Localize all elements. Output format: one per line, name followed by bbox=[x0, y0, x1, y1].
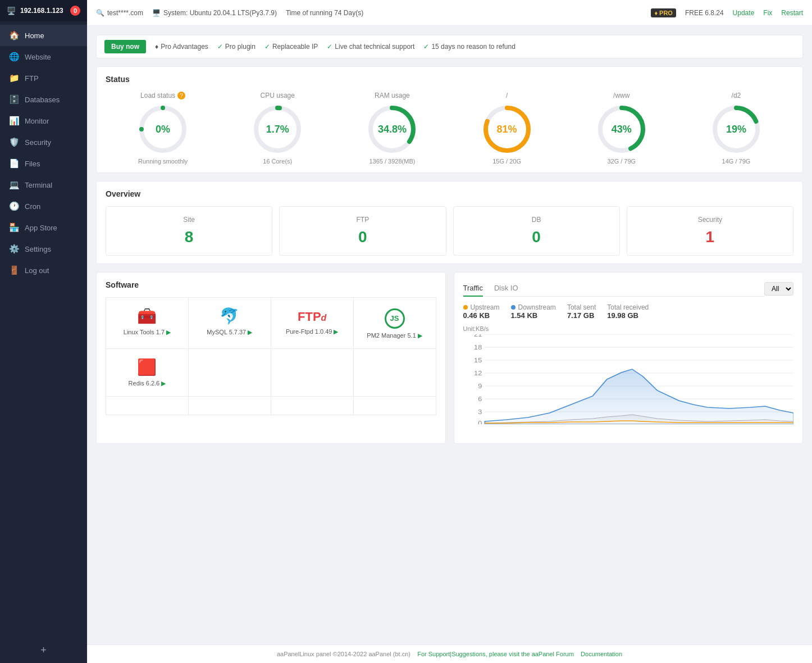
sidebar-item-monitor[interactable]: 📊 Monitor bbox=[0, 110, 87, 131]
info-icon[interactable]: ? bbox=[177, 92, 185, 99]
sidebar-item-website[interactable]: 🌐 Website bbox=[0, 46, 87, 67]
tab-disk-io[interactable]: Disk IO bbox=[494, 280, 518, 297]
upstream-dot bbox=[463, 305, 468, 310]
system-text: System: Ubuntu 20.04.1 LTS(Py3.7.9) bbox=[163, 9, 277, 17]
gauge-container-0: 0% bbox=[138, 104, 188, 155]
gauge-sublabel-5: 14G / 79G bbox=[679, 158, 793, 165]
gauge-label-4: /www bbox=[564, 92, 679, 99]
tab-traffic[interactable]: Traffic bbox=[463, 280, 483, 297]
arrow-icon-3: ▶ bbox=[418, 332, 422, 339]
overview-card-site[interactable]: Site 8 bbox=[106, 206, 272, 256]
sidebar-item-logout[interactable]: 🚪 Log out bbox=[0, 260, 87, 281]
gauge-sublabel-0: Running smoothly bbox=[106, 158, 220, 165]
footer-support-link[interactable]: For Support|Suggestions, please visit th… bbox=[417, 651, 574, 657]
software-icon-4: 🟥 bbox=[111, 358, 184, 376]
overview-card-security[interactable]: Security 1 bbox=[627, 206, 793, 256]
total-sent-value: 7.17 GB bbox=[567, 311, 596, 320]
buy-now-button[interactable]: Buy now bbox=[104, 40, 146, 53]
arrow-icon-0: ▶ bbox=[166, 329, 171, 335]
sidebar-item-terminal[interactable]: 💻 Terminal bbox=[0, 174, 87, 196]
restart-link[interactable]: Restart bbox=[781, 9, 803, 17]
status-grid: Load status? 0% Running smoothlyCPU usag… bbox=[106, 92, 793, 165]
fix-link[interactable]: Fix bbox=[763, 9, 772, 17]
topbar-domain: 🔍 test****.com bbox=[96, 9, 143, 17]
overview-card-value-0: 8 bbox=[115, 228, 263, 246]
software-item-linux-tools-1.7[interactable]: 🧰 Linux Tools 1.7 ▶ bbox=[106, 298, 189, 349]
software-item-empty-5 bbox=[189, 349, 271, 397]
add-button[interactable]: + bbox=[0, 638, 87, 663]
software-section: Software 🧰 Linux Tools 1.7 ▶ 🐬 MySQL 5.7… bbox=[96, 272, 446, 444]
svg-text:12: 12 bbox=[474, 370, 482, 376]
traffic-tabs: Traffic Disk IO bbox=[463, 280, 765, 297]
pro-replaceable-ip: ✓ Replaceable IP bbox=[264, 43, 318, 51]
sidebar-item-ftp[interactable]: 📁 FTP bbox=[0, 67, 87, 89]
pro-badge: ♦ PRO bbox=[651, 8, 676, 17]
software-item-pure-ftpd-1.0.49[interactable]: FTPd Pure-Ftpd 1.0.49 ▶ bbox=[271, 298, 354, 349]
software-item-mysql-5.7.37[interactable]: 🐬 MySQL 5.7.37 ▶ bbox=[189, 298, 271, 349]
software-icon-3: JS bbox=[358, 307, 431, 329]
topbar-system: 🖥️ System: Ubuntu 20.04.1 LTS(Py3.7.9) bbox=[152, 9, 277, 17]
software-item-pm2-manager-5.1[interactable]: JS PM2 Manager 5.1 ▶ bbox=[354, 298, 436, 349]
overview-title: Overview bbox=[106, 189, 793, 198]
files-icon: 📄 bbox=[9, 158, 19, 169]
status-section: Status Load status? 0% Running smoothlyC… bbox=[96, 66, 803, 173]
ftp-icon: 📁 bbox=[9, 73, 19, 83]
sidebar-item-settings[interactable]: ⚙️ Settings bbox=[0, 238, 87, 260]
traffic-filter-select[interactable]: All bbox=[764, 282, 793, 296]
svg-text:9: 9 bbox=[478, 383, 482, 389]
sidebar-label-website: Website bbox=[25, 53, 51, 61]
svg-text:15: 15 bbox=[474, 357, 482, 363]
software-item-redis-6.2.6[interactable]: 🟥 Redis 6.2.6 ▶ bbox=[106, 349, 189, 397]
pro-bar: Buy now ♦ Pro Advantages ✓ Pro plugin ✓ … bbox=[96, 35, 803, 58]
svg-text:18: 18 bbox=[474, 344, 482, 350]
gauge-item-0: Load status? 0% Running smoothly bbox=[106, 92, 220, 165]
gauge-value-1: 1.7% bbox=[266, 124, 289, 135]
sidebar-nav: 🏠 Home 🌐 Website 📁 FTP 🗄️ Databases 📊 Mo… bbox=[0, 21, 87, 638]
sidebar-item-cron[interactable]: 🕐 Cron bbox=[0, 196, 87, 217]
software-grid: 🧰 Linux Tools 1.7 ▶ 🐬 MySQL 5.7.37 ▶ FTP… bbox=[106, 297, 436, 415]
software-name-0: Linux Tools 1.7 ▶ bbox=[111, 329, 184, 336]
check-icon-1: ✓ bbox=[217, 43, 223, 51]
gauge-label-3: / bbox=[450, 92, 564, 99]
sidebar-label-settings: Settings bbox=[25, 245, 51, 253]
overview-card-value-2: 0 bbox=[463, 228, 610, 246]
gauge-sublabel-2: 1365 / 3928(MB) bbox=[335, 158, 449, 165]
monitor-icon: 🖥️ bbox=[7, 7, 16, 15]
overview-card-label-1: FTP bbox=[289, 216, 436, 224]
gauge-sublabel-4: 32G / 79G bbox=[564, 158, 679, 165]
sidebar-label-cron: Cron bbox=[25, 202, 40, 211]
overview-section: Overview Site 8 FTP 0 DB 0 Security 1 bbox=[96, 181, 803, 264]
gauge-value-2: 34.8% bbox=[378, 124, 407, 135]
overview-card-db[interactable]: DB 0 bbox=[453, 206, 620, 256]
sidebar-label-terminal: Terminal bbox=[25, 181, 52, 189]
overview-card-label-3: Security bbox=[636, 216, 784, 224]
sidebar-item-home[interactable]: 🏠 Home bbox=[0, 25, 87, 46]
topbar-runtime: Time of running 74 Day(s) bbox=[286, 9, 363, 17]
update-link[interactable]: Update bbox=[733, 9, 755, 17]
upstream-value: 0.46 KB bbox=[463, 311, 500, 320]
sidebar-label-logout: Log out bbox=[25, 266, 49, 275]
software-item-empty-7 bbox=[354, 349, 436, 397]
sidebar-label-databases: Databases bbox=[25, 96, 60, 104]
gauge-label-1: CPU usage bbox=[220, 92, 335, 99]
software-name-3: PM2 Manager 5.1 ▶ bbox=[358, 332, 431, 339]
overview-card-label-0: Site bbox=[115, 216, 263, 224]
svg-text:3: 3 bbox=[478, 409, 482, 415]
overview-card-ftp[interactable]: FTP 0 bbox=[279, 206, 446, 256]
footer-docs-link[interactable]: Documentation bbox=[581, 651, 622, 657]
arrow-icon-4: ▶ bbox=[161, 380, 166, 387]
gauge-container-4: 43% bbox=[596, 104, 647, 155]
sidebar-item-files[interactable]: 📄 Files bbox=[0, 153, 87, 174]
runtime-text: Time of running 74 Day(s) bbox=[286, 9, 363, 17]
sidebar-header: 🖥️ 192.168.1.123 0 bbox=[0, 0, 87, 21]
sidebar-item-app-store[interactable]: 🏪 App Store bbox=[0, 217, 87, 238]
check-icon-3: ✓ bbox=[327, 43, 332, 51]
sidebar-item-security[interactable]: 🛡️ Security bbox=[0, 131, 87, 153]
gauge-sublabel-3: 15G / 20G bbox=[450, 158, 564, 165]
gauge-item-1: CPU usage 1.7% 16 Core(s) bbox=[220, 92, 335, 165]
sidebar-label-home: Home bbox=[25, 31, 44, 40]
overview-grid: Site 8 FTP 0 DB 0 Security 1 bbox=[106, 206, 793, 256]
gauge-item-5: /d2 19% 14G / 79G bbox=[679, 92, 793, 165]
app-store-icon: 🏪 bbox=[9, 222, 19, 233]
sidebar-item-databases[interactable]: 🗄️ Databases bbox=[0, 89, 87, 110]
